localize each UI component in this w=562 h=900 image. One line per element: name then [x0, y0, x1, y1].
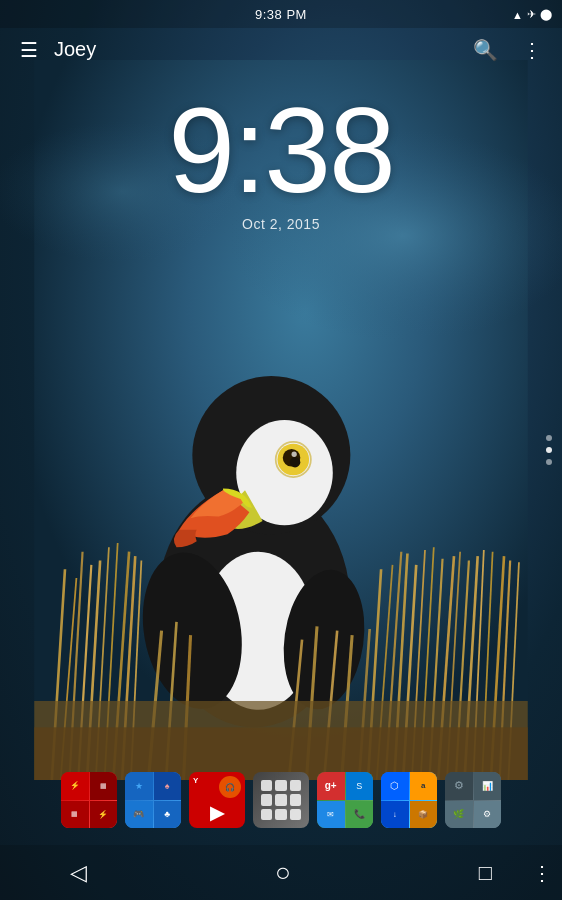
- svg-point-36: [290, 457, 301, 468]
- toolbar-actions: 🔍 ⋮: [465, 30, 550, 70]
- app-flash[interactable]: ⚡ ▦ ▦ ⚡: [61, 772, 117, 828]
- status-icons: ▲ ✈ ⬤: [512, 8, 552, 21]
- search-icon[interactable]: 🔍: [465, 30, 506, 70]
- clock-container: 9:38 Oct 2, 2015: [0, 90, 562, 232]
- page-dot-1[interactable]: [546, 435, 552, 441]
- app-settings[interactable]: ⚙ 📊 🌿 ⚙: [445, 772, 501, 828]
- clock-time: 9:38: [0, 90, 562, 210]
- toolbar-title: Joey: [54, 38, 465, 61]
- status-time: 9:38 PM: [255, 7, 307, 22]
- app-social[interactable]: g+ S ✉ 📞: [317, 772, 373, 828]
- app-games[interactable]: ★ ♠ 🎮 ♣: [125, 772, 181, 828]
- page-dot-2[interactable]: [546, 447, 552, 453]
- airplane-icon: ✈: [527, 8, 536, 21]
- page-indicators: [546, 435, 552, 465]
- dock: ⚡ ▦ ▦ ⚡ ★ ♠ 🎮 ♣ 🎧 ▶ Y: [0, 755, 562, 845]
- back-button[interactable]: ◁: [60, 850, 97, 896]
- svg-point-37: [292, 452, 297, 457]
- home-button[interactable]: ○: [265, 847, 301, 898]
- app-grid[interactable]: [253, 772, 309, 828]
- menu-icon[interactable]: ☰: [12, 30, 46, 70]
- more-options-icon[interactable]: ⋮: [514, 30, 550, 70]
- page-dot-3[interactable]: [546, 459, 552, 465]
- wifi-icon: ▲: [512, 8, 523, 20]
- clock-date: Oct 2, 2015: [0, 216, 562, 232]
- toolbar: ☰ Joey 🔍 ⋮: [0, 28, 562, 71]
- app-dropbox[interactable]: ⬡ a ↓ 📦: [381, 772, 437, 828]
- nav-more-button[interactable]: ⋮: [532, 861, 552, 885]
- battery-icon: ⬤: [540, 8, 552, 21]
- app-youtube[interactable]: 🎧 ▶ Y: [189, 772, 245, 828]
- nav-bar: ◁ ○ □ ⋮: [0, 845, 562, 900]
- recent-apps-button[interactable]: □: [469, 850, 502, 896]
- status-bar: 9:38 PM ▲ ✈ ⬤: [0, 0, 562, 28]
